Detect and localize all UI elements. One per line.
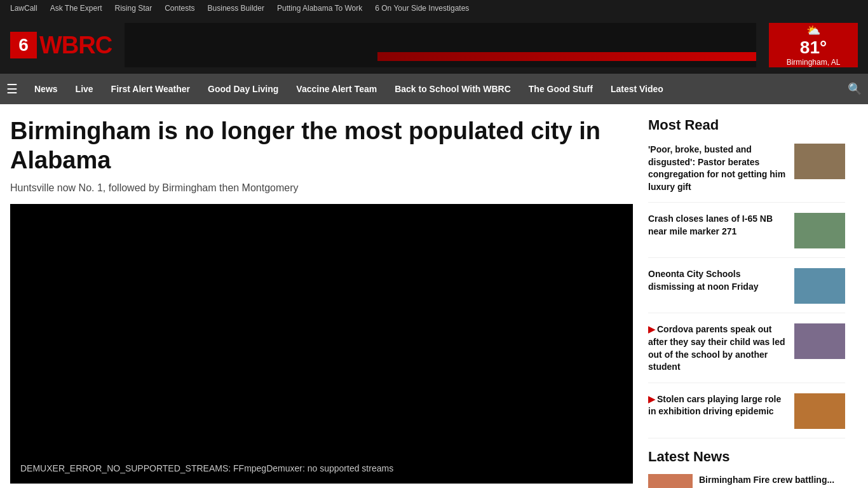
sidebar-item-image (794, 213, 845, 248)
topbar-link-alabama[interactable]: Putting Alabama To Work (277, 4, 362, 13)
nav-good-day[interactable]: Good Day Living (199, 74, 287, 104)
play-icon: ▶ (648, 394, 655, 404)
logo-number: 6 (10, 32, 37, 58)
article-title: Birmingham is no longer the most populat… (10, 117, 633, 175)
nav-latest-video[interactable]: Latest Video (602, 74, 672, 104)
most-read-item[interactable]: Crash closes lanes of I-65 NB near mile … (648, 213, 845, 258)
hamburger-menu[interactable]: ☰ (6, 81, 18, 97)
sidebar: Most Read 'Poor, broke, busted and disgu… (648, 117, 845, 488)
nav-links: News Live First Alert Weather Good Day L… (25, 74, 848, 104)
sidebar-item-image (794, 268, 845, 304)
weather-temp: 81° (800, 37, 827, 58)
latest-news-item[interactable]: Birmingham Fire crew battling... (648, 474, 845, 488)
article-subtitle: Huntsville now No. 1, followed by Birmin… (10, 182, 633, 194)
sidebar-item-text: 'Poor, broke, busted and disgusted': Pas… (648, 144, 788, 193)
nav-vaccine[interactable]: Vaccine Alert Team (287, 74, 386, 104)
play-icon: ▶ (648, 324, 655, 334)
nav-first-alert[interactable]: First Alert Weather (102, 74, 199, 104)
logo-text: WBRC (39, 32, 112, 59)
sidebar-item-image (794, 323, 845, 359)
topbar-link-contests[interactable]: Contests (165, 4, 194, 13)
topbar-link-investigates[interactable]: 6 On Your Side Investigates (375, 4, 469, 13)
top-bar: LawCall Ask The Expert Rising Star Conte… (0, 0, 868, 17)
latest-news-image (648, 474, 693, 488)
sidebar-item-image (794, 393, 845, 429)
most-read-item[interactable]: ▶Cordova parents speak out after they sa… (648, 323, 845, 383)
weather-icon: ⛅ (806, 24, 820, 37)
sidebar-item-text: Crash closes lanes of I-65 NB near mile … (648, 213, 788, 238)
weather-city: Birmingham, AL (787, 58, 841, 67)
nav-live[interactable]: Live (67, 74, 102, 104)
most-read-item[interactable]: Oneonta City Schools dismissing at noon … (648, 268, 845, 313)
sidebar-item-text: ▶Stolen cars playing large role in exhib… (648, 393, 788, 418)
header: 6 WBRC ⛅ 81° Birmingham, AL (0, 17, 868, 74)
topbar-link-business[interactable]: Business Builder (208, 4, 264, 13)
most-read-item[interactable]: ▶Stolen cars playing large role in exhib… (648, 393, 845, 438)
nav-good-stuff[interactable]: The Good Stuff (520, 74, 602, 104)
nav-back-to-school[interactable]: Back to School With WBRC (386, 74, 520, 104)
sidebar-item-image (794, 144, 845, 179)
video-error-message: DEMUXER_ERROR_NO_SUPPORTED_STREAMS: FFmp… (20, 463, 393, 473)
nav-bar: ☰ News Live First Alert Weather Good Day… (0, 74, 868, 104)
latest-news-title: Latest News (648, 449, 845, 465)
most-read-item[interactable]: 'Poor, broke, busted and disgusted': Pas… (648, 144, 845, 203)
video-player[interactable]: DEMUXER_ERROR_NO_SUPPORTED_STREAMS: FFmp… (10, 204, 633, 484)
weather-box[interactable]: ⛅ 81° Birmingham, AL (769, 23, 858, 67)
topbar-link-ask-expert[interactable]: Ask The Expert (50, 4, 102, 13)
search-icon[interactable]: 🔍 (848, 82, 862, 96)
site-logo[interactable]: 6 WBRC (10, 32, 112, 59)
topbar-link-lawcall[interactable]: LawCall (10, 4, 37, 13)
header-banner-bar (377, 52, 756, 61)
header-banner (125, 23, 756, 67)
most-read-title: Most Read (648, 117, 845, 133)
main-content: Birmingham is no longer the most populat… (0, 104, 868, 488)
topbar-link-rising-star[interactable]: Rising Star (115, 4, 153, 13)
sidebar-item-text: Oneonta City Schools dismissing at noon … (648, 268, 788, 293)
nav-news[interactable]: News (25, 74, 67, 104)
sidebar-item-text: ▶Cordova parents speak out after they sa… (648, 323, 788, 373)
latest-news-text: Birmingham Fire crew battling... (699, 474, 834, 487)
article: Birmingham is no longer the most populat… (10, 117, 633, 488)
